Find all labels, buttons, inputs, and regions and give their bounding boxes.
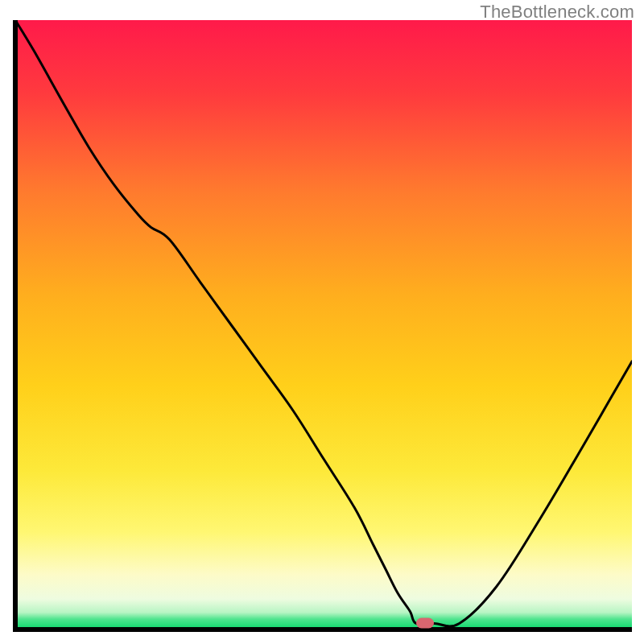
gradient-background [15, 20, 632, 630]
plot-area [13, 20, 632, 632]
chart-container: TheBottleneck.com [0, 0, 644, 644]
chart-svg [13, 20, 632, 632]
optimal-point-marker [416, 618, 434, 629]
